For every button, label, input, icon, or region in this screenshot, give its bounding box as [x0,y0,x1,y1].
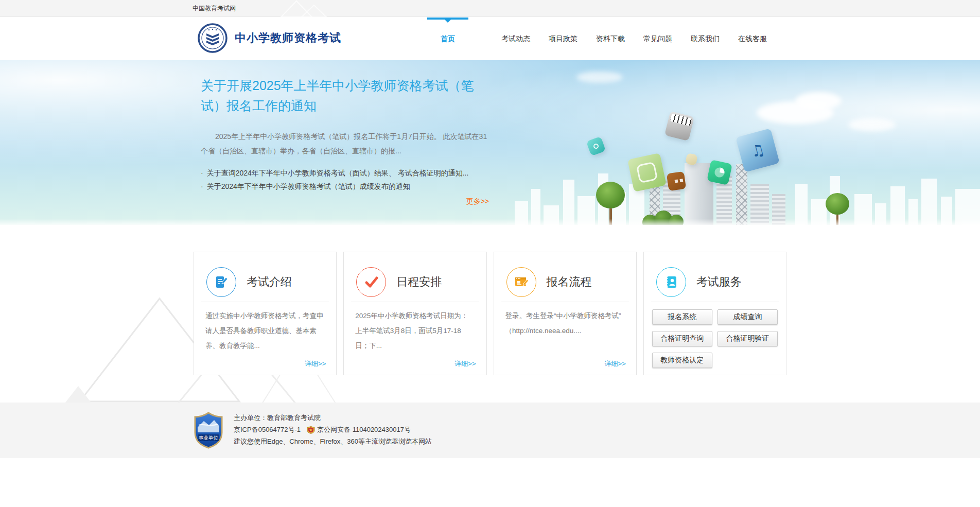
nav-item-downloads[interactable]: 资料下载 [594,18,627,60]
badge-label: 事业单位 [199,435,219,441]
nav-item-exam-news[interactable]: 考试动态 [499,18,532,60]
news-item-link[interactable]: ·关于查询2024年下半年中小学教师资格考试（面试）结果、 考试合格证明的通知.… [201,166,489,180]
service-button-grid: 报名系统 成绩查询 合格证明查询 合格证明验证 教师资格认定 [644,302,786,368]
police-badge-icon [307,426,315,434]
card-head: 考试服务 [644,252,786,302]
detail-link[interactable]: 详细>> [605,359,626,369]
bullet-dot: · [201,182,203,190]
footer-text: 主办单位：教育部教育考试院 京ICP备05064772号-1 京公网安备 110… [234,412,432,449]
card-schedule: 日程安排 2025年中小学教师资格考试日期为：上半年笔试3月8日，面试5月17-… [343,252,486,375]
card-title: 考试介绍 [247,274,292,290]
hero-content: 关于开展2025年上半年中小学教师资格考试（笔试）报名工作的通知 2025年上半… [201,76,489,206]
topbar-site-link[interactable]: 中国教育考试网 [192,0,236,17]
hero-news-list: ·关于查询2024年下半年中小学教师资格考试（面试）结果、 考试合格证明的通知.… [201,166,489,193]
card-body-text: 登录。考生登录“中小学教师资格考试”（http://ntce.neea.edu.… [494,302,636,338]
nav-item-policies[interactable]: 项目政策 [547,18,580,60]
topbar-triangle-decoration [278,0,329,17]
pie-chart-glyph [712,165,727,180]
footer-inner: 事业单位 主办单位：教育部教育考试院 京ICP备05064772号-1 京公网安… [194,412,432,449]
card-title: 日程安排 [396,274,442,290]
hero-headline-link[interactable]: 关于开展2025年上半年中小学教师资格考试（笔试）报名工作的通知 [201,76,489,116]
pie-chart-cube-icon [707,160,732,185]
signup-browser-pencil-icon [506,267,536,297]
news-item-link[interactable]: ·关于2024年下半年中小学教师资格考试（笔试）成绩发布的通知 [201,180,489,193]
detail-link[interactable]: 详细>> [454,359,476,369]
piano-cube-icon [664,111,694,141]
cloud-shape [795,92,842,110]
teal-key-cube-icon [586,136,606,156]
nav-item-contact[interactable]: 联系我们 [689,18,722,60]
news-item-title: 关于查询2024年下半年中小学教师资格考试（面试）结果、 考试合格证明的通知..… [207,169,469,177]
hero-banner: ♫ 关于开展2025年上半年中小学教师资格考试（笔试）报名工作的通知 2025年… [0,60,980,225]
card-head: 考试介绍 [194,252,336,302]
card-signup-process: 报名流程 登录。考生登录“中小学教师资格考试”（http://ntce.neea… [494,252,637,375]
card-head: 日程安排 [344,252,486,302]
skyline-building [563,180,574,225]
teacher-qualification-button[interactable]: 教师资格认定 [652,353,712,368]
service-notebook-person-icon [656,267,686,297]
card-title: 报名流程 [547,274,592,290]
logo-emblem-icon [198,23,227,53]
footer-browser-tip: 建议您使用Edge、Chrome、Firefox、360等主流浏览器浏览本网站 [234,435,432,447]
cloud-shape [576,72,623,83]
footer-organizer: 主办单位：教育部教育考试院 [234,412,432,424]
green-frame-cube-icon [627,153,667,192]
topbar: 中国教育考试网 [0,0,980,17]
exam-intro-document-pencil-icon [206,267,236,297]
nav-item-online-service[interactable]: 在线客服 [736,18,769,60]
page: 中国教育考试网 中小学教师资格考试 首页 考试动态 项目政策 资料下载 常见 [0,0,980,507]
skyline-building [921,179,937,225]
public-institution-badge-icon[interactable]: 事业单位 [194,412,223,449]
hero-bottom-fade [0,219,980,225]
hero-summary: 2025年上半年中小学教师资格考试（笔试）报名工作将于1月7日开始。 此次笔试在… [201,129,489,158]
nav-item-home[interactable]: 首页 [427,18,468,60]
card-body-text: 通过实施中小学教师资格考试，考查申请人是否具备教师职业道德、基本素养、教育教学能… [194,302,336,353]
lattice-tower [736,164,747,225]
cloud-shape [848,118,896,131]
feature-cards: 考试介绍 通过实施中小学教师资格考试，考查申请人是否具备教师职业道德、基本素养、… [194,252,786,375]
detail-link[interactable]: 详细>> [305,359,326,369]
news-item-title: 关于2024年下半年中小学教师资格考试（笔试）成绩发布的通知 [207,182,410,190]
score-query-button[interactable]: 成绩查询 [717,309,778,325]
card-title: 考试服务 [696,274,742,290]
bullet-dot: · [201,169,203,177]
footer: 事业单位 主办单位：教育部教育考试院 京ICP备05064772号-1 京公网安… [0,403,980,458]
more-link[interactable]: 更多>> [201,197,489,206]
schedule-checkmark-icon [356,267,386,297]
certificate-verify-button[interactable]: 合格证明验证 [717,331,778,346]
footer-icp: 京ICP备05064772号-1 [234,424,301,435]
main-nav: 首页 考试动态 项目政策 资料下载 常见问题 联系我们 在线客服 [427,18,769,60]
certificate-query-button[interactable]: 合格证明查询 [652,331,712,346]
card-exam-intro: 考试介绍 通过实施中小学教师资格考试，考查申请人是否具备教师职业道德、基本素养、… [194,252,337,375]
card-body-text: 2025年中小学教师资格考试日期为：上半年笔试3月8日，面试5月17-18日；下… [344,302,486,353]
site-logo[interactable]: 中小学教师资格考试 [198,23,341,53]
site-title: 中小学教师资格考试 [235,30,341,46]
nav-item-faq[interactable]: 常见问题 [641,18,674,60]
footer-police-record-link[interactable]: 京公网安备 11040202430017号 [317,424,411,435]
signup-system-button[interactable]: 报名系统 [652,309,712,325]
card-exam-services: 考试服务 报名系统 成绩查询 合格证明查询 合格证明验证 教师资格认定 [643,252,786,375]
card-head: 报名流程 [494,252,636,302]
header: 中小学教师资格考试 首页 考试动态 项目政策 资料下载 常见问题 联系我们 在线… [0,18,980,60]
brown-cube-icon [667,171,686,191]
